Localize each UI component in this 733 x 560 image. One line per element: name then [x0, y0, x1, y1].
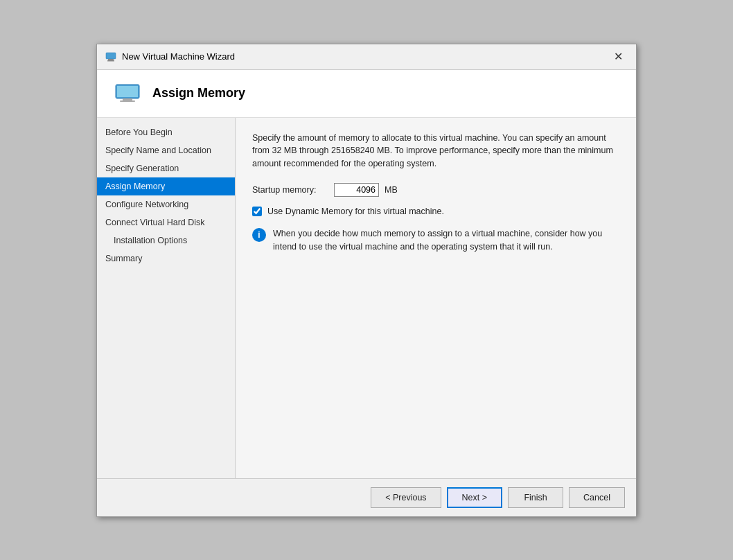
svg-rect-5	[123, 98, 132, 100]
sidebar-item-specify-generation[interactable]: Specify Generation	[97, 159, 235, 177]
svg-rect-2	[107, 60, 114, 62]
description-text: Specify the amount of memory to allocate…	[252, 132, 619, 170]
sidebar-item-before-you-begin[interactable]: Before You Begin	[97, 123, 235, 141]
header-section: Assign Memory	[97, 70, 636, 118]
sidebar-item-installation-options[interactable]: Installation Options	[97, 231, 235, 250]
startup-memory-label: Startup memory:	[252, 185, 328, 195]
dynamic-memory-checkbox[interactable]	[252, 207, 262, 216]
svg-rect-0	[106, 53, 116, 59]
monitor-icon	[114, 82, 141, 105]
mb-label: MB	[385, 185, 398, 195]
finish-button[interactable]: Finish	[508, 487, 563, 508]
content-area: Before You Begin Specify Name and Locati…	[97, 118, 636, 478]
footer: < Previous Next > Finish Cancel	[97, 478, 636, 516]
cancel-button[interactable]: Cancel	[569, 487, 625, 508]
sidebar-item-configure-networking[interactable]: Configure Networking	[97, 195, 235, 213]
info-icon: i	[252, 228, 266, 242]
sidebar-item-connect-virtual-hard-disk[interactable]: Connect Virtual Hard Disk	[97, 213, 235, 231]
previous-button[interactable]: < Previous	[371, 487, 441, 508]
page-title: Assign Memory	[152, 86, 245, 100]
wizard-window: New Virtual Machine Wizard ✕ Assign Memo…	[96, 44, 637, 517]
sidebar-item-specify-name-location[interactable]: Specify Name and Location	[97, 141, 235, 159]
title-bar-left: New Virtual Machine Wizard	[105, 51, 235, 62]
sidebar-item-assign-memory[interactable]: Assign Memory	[97, 177, 235, 195]
memory-row: Startup memory: MB	[252, 183, 619, 197]
title-bar: New Virtual Machine Wizard ✕	[97, 44, 636, 70]
window-icon	[105, 51, 116, 62]
svg-rect-4	[117, 86, 138, 97]
svg-rect-1	[108, 59, 114, 60]
window-title: New Virtual Machine Wizard	[122, 51, 235, 62]
sidebar-item-summary[interactable]: Summary	[97, 250, 235, 268]
sidebar: Before You Begin Specify Name and Locati…	[97, 118, 236, 478]
startup-memory-input[interactable]	[334, 183, 379, 197]
dynamic-memory-label[interactable]: Use Dynamic Memory for this virtual mach…	[267, 207, 444, 216]
dynamic-memory-row: Use Dynamic Memory for this virtual mach…	[252, 207, 619, 216]
main-content: Specify the amount of memory to allocate…	[236, 118, 636, 478]
next-button[interactable]: Next >	[447, 487, 502, 508]
close-button[interactable]: ✕	[608, 50, 628, 64]
info-text: When you decide how much memory to assig…	[273, 227, 619, 254]
info-box: i When you decide how much memory to ass…	[252, 227, 619, 254]
svg-rect-6	[120, 100, 135, 102]
